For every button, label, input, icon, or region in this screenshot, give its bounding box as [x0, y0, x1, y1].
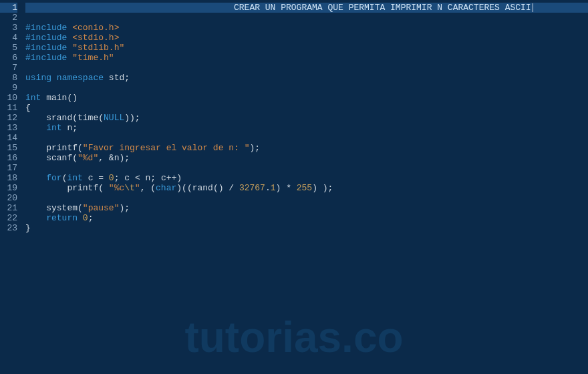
line-number: 2 — [0, 13, 17, 23]
line-number: 21 — [0, 203, 17, 213]
line-number: 4 — [0, 33, 17, 43]
code-line[interactable]: } — [25, 223, 588, 233]
code-area[interactable]: CREAR UN PROGRAMA QUE PERMITA IMPRIMIR N… — [25, 0, 588, 374]
code-line[interactable]: { — [25, 103, 588, 113]
selected-header-text: CREAR UN PROGRAMA QUE PERMITA IMPRIMIR N… — [233, 3, 533, 13]
line-number: 3 — [0, 23, 17, 33]
line-number: 22 — [0, 213, 17, 223]
line-number: 19 — [0, 183, 17, 193]
code-line[interactable]: for(int c = 0; c < n; c++) — [25, 173, 588, 183]
code-line[interactable]: printf( "%c\t", (char)((rand() / 32767.1… — [25, 183, 588, 193]
line-number: 9 — [0, 83, 17, 93]
code-line[interactable]: #include "time.h" — [25, 53, 588, 63]
line-number: 16 — [0, 153, 17, 163]
line-number: 20 — [0, 193, 17, 203]
code-line[interactable]: CREAR UN PROGRAMA QUE PERMITA IMPRIMIR N… — [25, 3, 588, 13]
code-line[interactable]: int main() — [25, 93, 588, 103]
code-line[interactable] — [25, 83, 588, 93]
code-line[interactable]: scanf("%d", &n); — [25, 153, 588, 163]
code-line[interactable]: int n; — [25, 123, 588, 133]
text-cursor — [533, 3, 533, 12]
code-line[interactable] — [25, 13, 588, 23]
line-number: 6 — [0, 53, 17, 63]
code-editor[interactable]: 1 2 3 4 5 6 7 8 9 10 11 12 13 14 15 16 1… — [0, 0, 588, 374]
line-number: 18 — [0, 173, 17, 183]
line-number: 5 — [0, 43, 17, 53]
line-number: 8 — [0, 73, 17, 83]
code-line[interactable] — [25, 133, 588, 143]
code-line[interactable]: srand(time(NULL)); — [25, 113, 588, 123]
code-line[interactable] — [25, 163, 588, 173]
code-line[interactable] — [25, 63, 588, 73]
code-line[interactable]: #include <conio.h> — [25, 23, 588, 33]
code-line[interactable]: printf("Favor ingresar el valor de n: ")… — [25, 143, 588, 153]
code-line[interactable]: #include "stdlib.h" — [25, 43, 588, 53]
line-number: 11 — [0, 103, 17, 113]
code-line[interactable]: using namespace std; — [25, 73, 588, 83]
line-number: 14 — [0, 133, 17, 143]
line-number: 7 — [0, 63, 17, 73]
line-number-gutter: 1 2 3 4 5 6 7 8 9 10 11 12 13 14 15 16 1… — [0, 0, 25, 374]
code-line[interactable]: return 0; — [25, 213, 588, 223]
line-number: 1 — [0, 3, 17, 13]
code-line[interactable]: #include <stdio.h> — [25, 33, 588, 43]
line-number: 17 — [0, 163, 17, 173]
line-number: 23 — [0, 223, 17, 233]
line-number: 15 — [0, 143, 17, 153]
line-number: 10 — [0, 93, 17, 103]
code-line[interactable] — [25, 193, 588, 203]
code-line[interactable]: system("pause"); — [25, 203, 588, 213]
line-number: 12 — [0, 113, 17, 123]
line-number: 13 — [0, 123, 17, 133]
